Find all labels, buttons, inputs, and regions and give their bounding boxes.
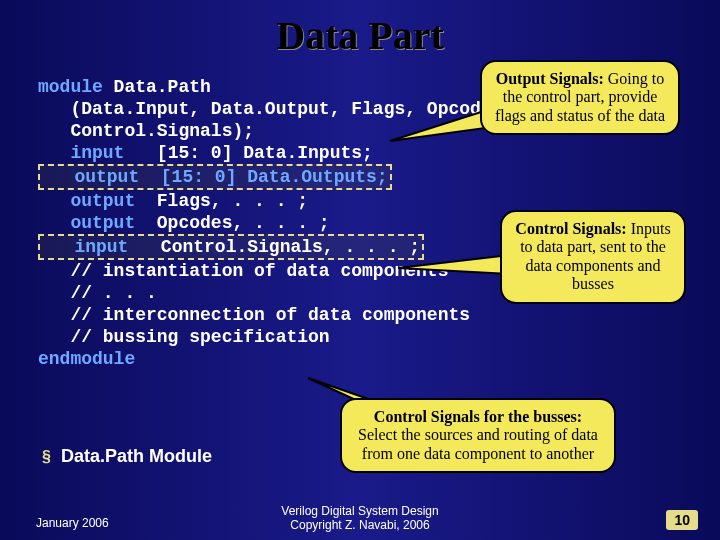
slide-footer: January 2006 Verilog Digital System Desi… bbox=[0, 504, 720, 532]
footer-date: January 2006 bbox=[36, 516, 109, 530]
kw-endmodule: endmodule bbox=[38, 349, 135, 369]
callout-out-title: Output Signals: bbox=[496, 70, 604, 87]
decl-ctrl: Control.Signals, . . . ; bbox=[128, 237, 420, 257]
kw-output-flags: output bbox=[38, 191, 135, 211]
slide-title: Data Part bbox=[0, 0, 720, 59]
svg-marker-1 bbox=[398, 255, 510, 274]
page-number: 10 bbox=[666, 510, 698, 530]
comment-4: // bussing specification bbox=[38, 326, 682, 348]
kw-output-opcodes: output bbox=[38, 213, 135, 233]
decl-flags: Flags, . . . ; bbox=[135, 191, 308, 211]
callout-ctrl-title: Control Signals: bbox=[515, 220, 626, 237]
bullet-text: Data.Path Module bbox=[61, 446, 212, 467]
decl-datainputs: [15: 0] Data.Inputs; bbox=[124, 143, 372, 163]
decl-dataoutputs: output [15: 0] Data.Outputs; bbox=[42, 167, 388, 187]
decl-opcodes: Opcodes, . . . ; bbox=[135, 213, 329, 233]
kw-input-ctrl: input bbox=[42, 237, 128, 257]
comment-3: // interconnection of data components bbox=[38, 304, 682, 326]
highlight-output-line: output [15: 0] Data.Outputs; bbox=[38, 164, 392, 190]
bullet-item: § Data.Path Module bbox=[42, 446, 212, 467]
callout-bus-body: Select the sources and routing of data f… bbox=[358, 426, 598, 461]
bullet-marker: § bbox=[42, 448, 51, 466]
kw-input: input bbox=[38, 143, 124, 163]
module-name: Data.Path bbox=[103, 77, 211, 97]
kw-module: module bbox=[38, 77, 103, 97]
callout-bus-signals: Control Signals for the busses: Select t… bbox=[340, 398, 616, 473]
callout-bus-title: Control Signals for the busses: bbox=[374, 408, 582, 425]
highlight-input-ctrl: input Control.Signals, . . . ; bbox=[38, 234, 424, 260]
callout-control-signals: Control Signals: Inputs to data part, se… bbox=[500, 210, 686, 304]
callout-output-signals: Output Signals: Going to the control par… bbox=[480, 60, 680, 135]
